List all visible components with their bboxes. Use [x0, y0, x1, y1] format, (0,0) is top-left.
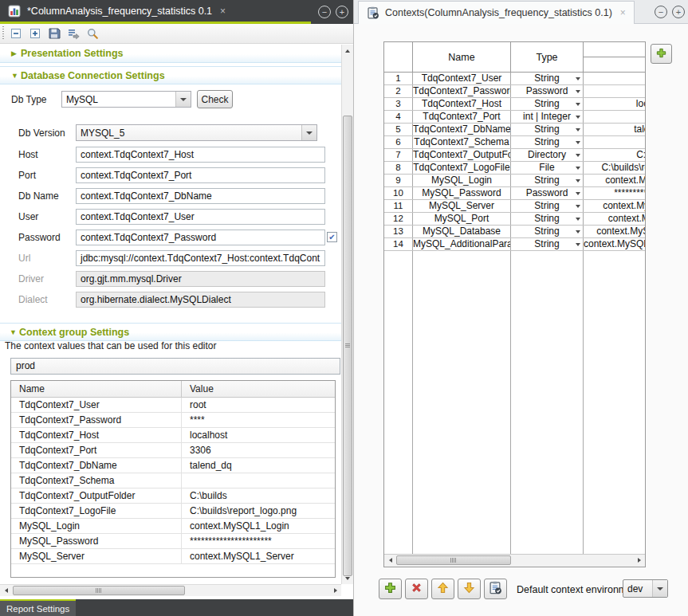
collapse-all-icon[interactable]: [7, 26, 25, 41]
context-value-cell[interactable]: [182, 473, 335, 488]
scroll-down-arrow[interactable]: [342, 572, 353, 584]
chevron-down-icon[interactable]: [576, 128, 580, 131]
variable-value-cell[interactable]: C:\builds: [584, 149, 646, 161]
context-name-cell[interactable]: TdqContext7_Port: [11, 443, 182, 457]
tab-report-settings[interactable]: Report Settings: [0, 599, 76, 616]
scroll-right-arrow[interactable]: [633, 555, 645, 566]
user-field[interactable]: context.TdqContext7_User: [76, 209, 325, 225]
variable-type-cell[interactable]: int | Integer: [511, 111, 584, 123]
scroll-left-arrow[interactable]: [0, 585, 12, 596]
chevron-down-icon[interactable]: [576, 141, 580, 144]
context-value-cell[interactable]: root: [182, 398, 335, 412]
variable-value-cell[interactable]: talend_dq: [584, 124, 646, 135]
scrollbar-thumb[interactable]: [396, 555, 511, 565]
password-checkbox[interactable]: ✔: [327, 232, 337, 242]
db-type-combo[interactable]: MySQL: [61, 91, 191, 108]
chevron-down-icon[interactable]: [576, 179, 580, 182]
context-variable-row[interactable]: 12MySQL_PortStringcontext.MySQL1_Port: [384, 213, 646, 226]
variable-name-cell[interactable]: MySQL_Server: [413, 200, 511, 212]
chevron-down-icon[interactable]: [175, 92, 191, 107]
variable-type-cell[interactable]: Password: [511, 187, 584, 199]
section-database-connection-settings[interactable]: ▼ Database Connection Settings: [0, 66, 341, 84]
export-settings-icon[interactable]: [65, 26, 82, 41]
variable-name-cell[interactable]: MySQL_Login: [413, 175, 511, 186]
variable-type-cell[interactable]: String: [511, 175, 584, 186]
scroll-left-arrow[interactable]: [384, 555, 396, 566]
context-value-cell[interactable]: context.MySQL1_Login: [182, 519, 335, 533]
table-row[interactable]: TdqContext7_Port3306: [11, 443, 335, 458]
context-variable-row[interactable]: 13MySQL_DatabaseStringcontext.MySQL1_Dat…: [384, 226, 646, 238]
variable-value-cell[interactable]: **********************: [584, 187, 646, 199]
scroll-right-arrow[interactable]: [329, 585, 341, 596]
chevron-down-icon[interactable]: [576, 243, 580, 246]
tab-column-analysis[interactable]: *ColumnAnalysis_frequency_statistics 0.1…: [0, 0, 311, 24]
table-row[interactable]: TdqContext7_Hostlocalhost: [11, 428, 335, 443]
scrollbar-thumb[interactable]: [13, 586, 185, 595]
context-value-cell[interactable]: C:\builds\report_logo.png: [182, 504, 335, 518]
section-context-group-settings[interactable]: ▼ Context group Settings: [0, 323, 341, 341]
context-variable-row[interactable]: 4TdqContext7_Portint | Integer: [384, 111, 646, 124]
context-value-cell[interactable]: ****: [182, 413, 335, 427]
variable-type-cell[interactable]: String: [511, 200, 584, 212]
password-field[interactable]: context.TdqContext7_Password: [76, 230, 325, 245]
db-version-combo[interactable]: MYSQL_5: [76, 124, 317, 141]
close-icon[interactable]: ×: [220, 6, 226, 17]
context-name-cell[interactable]: TdqContext7_LogoFile: [11, 504, 182, 518]
context-value-cell[interactable]: C:\builds: [182, 488, 335, 503]
variable-value-cell[interactable]: context.MySQL1_AdditionalParams: [584, 238, 646, 250]
chevron-down-icon[interactable]: [576, 77, 580, 80]
table-row[interactable]: TdqContext7_OutputFolderC:\builds: [11, 488, 335, 504]
check-button[interactable]: Check: [197, 90, 233, 108]
context-name-cell[interactable]: TdqContext7_OutputFolder: [11, 488, 182, 503]
variable-name-cell[interactable]: TdqContext7_User: [413, 73, 511, 84]
host-field[interactable]: context.TdqContext7_Host: [76, 147, 325, 163]
variable-value-cell[interactable]: [584, 85, 646, 97]
chevron-down-icon[interactable]: [301, 125, 316, 140]
context-name-cell[interactable]: TdqContext7_Host: [11, 428, 182, 442]
variable-type-cell[interactable]: Password: [511, 85, 584, 97]
variable-type-cell[interactable]: String: [511, 226, 584, 237]
variable-name-cell[interactable]: TdqContext7_Port: [413, 111, 511, 123]
variable-type-cell[interactable]: String: [511, 238, 584, 250]
maximize-view-button[interactable]: +: [672, 6, 685, 18]
maximize-view-button[interactable]: +: [336, 6, 348, 18]
variable-value-cell[interactable]: context.MySQL1_Database: [584, 226, 646, 237]
context-variable-row[interactable]: 7TdqContext7_OutputFolderDirectoryC:\bui…: [384, 149, 646, 162]
scroll-up-arrow[interactable]: [342, 45, 353, 57]
variable-value-cell[interactable]: C:\builds\report_logo.png: [584, 162, 646, 174]
add-variable-button[interactable]: [379, 579, 402, 599]
magnifier-icon[interactable]: [84, 26, 101, 41]
variable-name-cell[interactable]: TdqContext7_Schema: [413, 136, 511, 148]
table-row[interactable]: TdqContext7_LogoFileC:\builds\report_log…: [11, 504, 335, 519]
context-value-cell[interactable]: talend_dq: [182, 458, 335, 473]
scrollbar-thumb[interactable]: [343, 116, 352, 576]
horizontal-scrollbar[interactable]: [0, 584, 341, 596]
variable-type-cell[interactable]: File: [511, 162, 584, 174]
context-name-cell[interactable]: TdqContext7_Schema: [11, 473, 182, 488]
save-icon[interactable]: [45, 26, 63, 41]
variable-type-cell[interactable]: String: [511, 73, 584, 84]
context-group-field[interactable]: prod: [10, 358, 340, 375]
delete-variable-button[interactable]: [405, 579, 428, 599]
variable-value-cell[interactable]: localhost: [584, 98, 646, 110]
variable-name-cell[interactable]: TdqContext7_LogoFile: [413, 162, 511, 174]
variable-name-cell[interactable]: TdqContext7_Password: [413, 85, 511, 97]
column-header-name[interactable]: Name: [413, 42, 511, 72]
variable-name-cell[interactable]: MySQL_Password: [413, 187, 511, 199]
context-variable-row[interactable]: 10MySQL_PasswordPassword****************…: [384, 187, 646, 200]
default-context-environment-combo[interactable]: dev: [623, 579, 668, 598]
url-field[interactable]: jdbc:mysql://context.TdqContext7_Host:co…: [76, 250, 325, 266]
table-row[interactable]: MySQL_Logincontext.MySQL1_Login: [11, 519, 335, 534]
chevron-down-icon[interactable]: [576, 167, 580, 170]
table-row[interactable]: TdqContext7_DbNametalend_dq: [11, 458, 335, 473]
context-value-cell[interactable]: context.MySQL1_Server: [182, 549, 335, 563]
context-value-cell[interactable]: **********************: [182, 534, 335, 548]
variable-name-cell[interactable]: MySQL_Database: [413, 226, 511, 237]
context-variable-row[interactable]: 6TdqContext7_SchemaString: [384, 136, 646, 149]
add-context-column-button[interactable]: [651, 44, 672, 64]
expand-all-icon[interactable]: [26, 26, 44, 41]
table-row[interactable]: TdqContext7_Password****: [11, 413, 335, 428]
context-name-cell[interactable]: TdqContext7_User: [11, 398, 182, 412]
table-row[interactable]: TdqContext7_Schema: [11, 473, 335, 488]
table-row[interactable]: TdqContext7_Userroot: [11, 398, 335, 413]
